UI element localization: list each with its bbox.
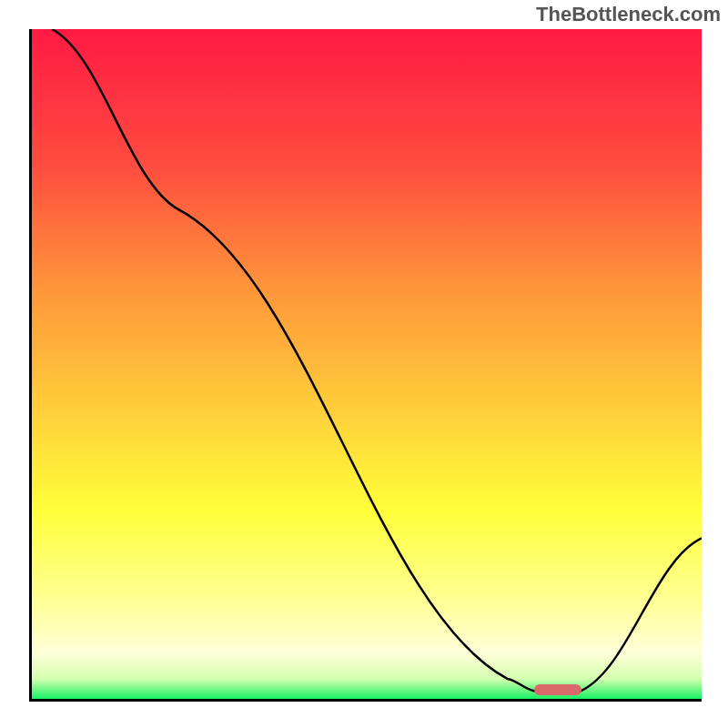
plot-area [29, 29, 702, 702]
watermark-text: TheBottleneck.com [536, 3, 721, 26]
chart-container: TheBottleneck.com [0, 0, 728, 728]
curve-layer [32, 29, 702, 699]
optimal-marker [534, 684, 581, 695]
bottleneck-curve [52, 29, 702, 691]
